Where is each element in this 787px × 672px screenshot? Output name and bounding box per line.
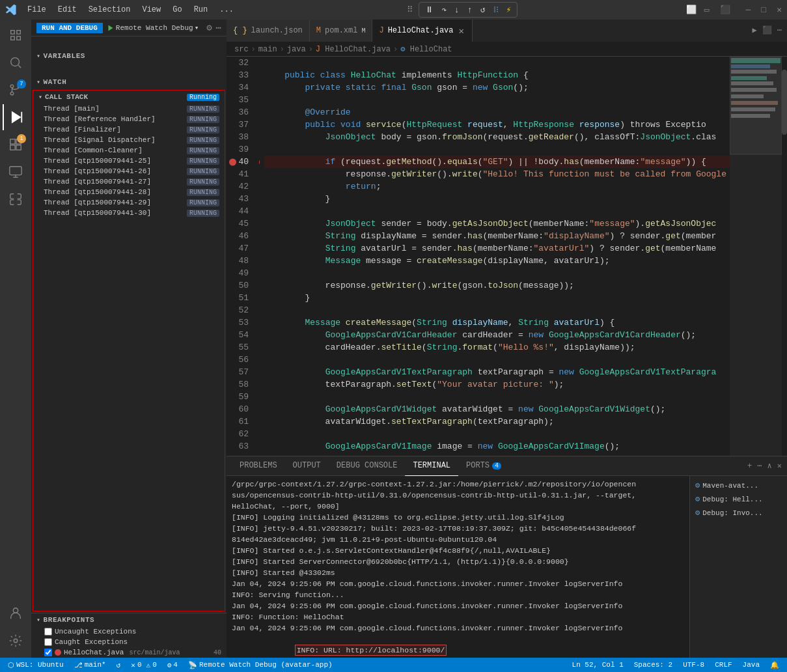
status-remote[interactable]: 📡 Remote Watch Debug (avatar-app) xyxy=(186,658,335,672)
terminal-line-15: INFO: URL: http://localhost:9000/ xyxy=(232,634,684,658)
ln-55: 55 xyxy=(227,341,259,354)
code-editor[interactable]: public class HelloChat implements HttpFu… xyxy=(259,57,730,456)
terminal-sidebar-item-debug-invo[interactable]: ⚙ Debug: Invo... xyxy=(693,506,784,520)
panel-tab-terminal[interactable]: TERMINAL xyxy=(405,456,458,476)
debug-step-out-btn[interactable]: ↑ xyxy=(465,5,475,16)
uncaught-exceptions-checkbox[interactable] xyxy=(44,628,52,636)
status-language[interactable]: Java xyxy=(740,658,762,672)
thread-item-0[interactable]: Thread [main]RUNNING xyxy=(33,104,225,114)
vertical-scrollbar[interactable] xyxy=(782,57,787,456)
gear-icon[interactable]: ⚙ xyxy=(206,22,212,33)
run-editor-btn[interactable]: ▶ xyxy=(752,25,757,35)
activity-run-debug[interactable] xyxy=(3,104,29,130)
breadcrumb-java[interactable]: java xyxy=(287,45,306,54)
hellochat-breakpoint-checkbox[interactable] xyxy=(44,649,52,656)
terminal-sidebar-item-debug-hell[interactable]: ⚙ Debug: Hell... xyxy=(693,492,784,506)
callstack-header[interactable]: ▾ CALL STACK Running xyxy=(33,91,225,104)
debug-step-into-btn[interactable]: ↓ xyxy=(452,5,462,16)
debug-continue-btn[interactable]: ⏸ xyxy=(423,5,435,16)
panel-close-icon[interactable]: ✕ xyxy=(777,461,782,471)
tab-hellochat-java[interactable]: J HelloChat.java ✕ xyxy=(372,20,472,42)
close-btn[interactable]: ✕ xyxy=(777,5,782,15)
debug-flash-btn[interactable]: ⚡ xyxy=(504,4,514,16)
scrollbar-thumb[interactable] xyxy=(782,70,787,135)
breadcrumb-src[interactable]: src xyxy=(234,45,249,54)
menu-view[interactable]: View xyxy=(137,4,166,16)
split-editor-btn[interactable]: ⬛ xyxy=(762,25,772,35)
debug-restart-btn[interactable]: ↺ xyxy=(478,4,488,16)
thread-item-1[interactable]: Thread [Reference Handler]RUNNING xyxy=(33,114,225,124)
panel-tab-ports[interactable]: PORTS 4 xyxy=(458,456,509,476)
status-encoding[interactable]: UTF-8 xyxy=(680,658,707,672)
status-debug-count[interactable]: ⚙ 4 xyxy=(165,658,180,672)
activity-settings[interactable] xyxy=(3,628,29,654)
panel-add-icon[interactable]: + xyxy=(747,462,752,471)
caught-exceptions-checkbox[interactable] xyxy=(44,638,52,646)
branch-icon: ⎇ xyxy=(74,661,83,669)
thread-item-3[interactable]: Thread [Signal Dispatcher]RUNNING xyxy=(33,135,225,145)
activity-test[interactable] xyxy=(3,186,29,212)
debug-config-selector[interactable]: Remote Watch Debug ▾ xyxy=(107,23,199,32)
panel-more-icon[interactable]: ⋯ xyxy=(757,461,762,471)
more-tab-actions-icon[interactable]: ⋯ xyxy=(777,25,782,35)
thread-item-8[interactable]: Thread [qtp1500079441-28]RUNNING xyxy=(33,187,225,197)
status-sync[interactable]: ↺ xyxy=(114,658,124,672)
watch-section-header[interactable]: ▾ WATCH xyxy=(31,76,227,89)
status-branch[interactable]: ⎇ main* xyxy=(72,658,109,672)
breakpoints-section-header[interactable]: ▾ BREAKPOINTS xyxy=(31,613,227,626)
breadcrumb-class[interactable]: ⚙ HelloChat xyxy=(400,44,452,54)
thread-item-4[interactable]: Thread [Common-Cleaner]RUNNING xyxy=(33,145,225,156)
thread-item-6[interactable]: Thread [qtp1500079441-26]RUNNING xyxy=(33,166,225,176)
panel-tab-output[interactable]: OUTPUT xyxy=(285,456,329,476)
split-editor-btn[interactable]: ⬜ xyxy=(686,5,697,15)
status-notifications[interactable]: 🔔 xyxy=(767,658,782,672)
thread-item-7[interactable]: Thread [qtp1500079441-27]RUNNING xyxy=(33,176,225,187)
ln-61: 61 xyxy=(227,415,259,428)
status-spaces[interactable]: Spaces: 2 xyxy=(631,658,675,672)
status-wsl[interactable]: ⬡ WSL: Ubuntu xyxy=(5,658,66,672)
thread-item-9[interactable]: Thread [qtp1500079441-29]RUNNING xyxy=(33,197,225,208)
status-errors[interactable]: ✕ 0 ⚠ 0 xyxy=(128,658,159,672)
maximize-btn[interactable]: □ xyxy=(761,5,766,15)
terminal-line-5: [INFO] jetty-9.4.51.v20230217; built: 20… xyxy=(232,523,684,534)
tab-launch-json[interactable]: { } launch.json xyxy=(227,20,310,42)
thread-item-5[interactable]: Thread [qtp1500079441-25]RUNNING xyxy=(33,156,225,166)
activity-account[interactable] xyxy=(3,600,29,626)
breadcrumb-main[interactable]: main xyxy=(258,45,277,54)
activity-remote-explorer[interactable] xyxy=(3,159,29,185)
panel-tab-debug-console[interactable]: DEBUG CONSOLE xyxy=(329,456,406,476)
activity-source-control[interactable]: 7 xyxy=(3,77,29,103)
minimize-btn[interactable]: ─ xyxy=(746,5,751,15)
activity-explorer[interactable] xyxy=(3,22,29,48)
activity-extensions[interactable]: 1 xyxy=(3,132,29,158)
debug-toolbar-area: ⠿ ⏸ ↷ ↓ ↑ ↺ ⁞⁝ ⚡ xyxy=(407,2,518,18)
menu-run[interactable]: Run xyxy=(189,4,214,16)
panel-maximize-icon[interactable]: ∧ xyxy=(767,461,772,471)
activity-search[interactable] xyxy=(3,49,29,76)
status-cursor-pos[interactable]: Ln 52, Col 1 xyxy=(570,658,626,672)
terminal-main[interactable]: /grpc/grpc-context/1.27.2/grpc-context-1… xyxy=(227,476,689,658)
thread-item-10[interactable]: Thread [qtp1500079441-30]RUNNING xyxy=(33,208,225,218)
debug-config-btn[interactable]: ⁞⁝ xyxy=(491,4,501,16)
sidebar-toggle-btn[interactable]: ▭ xyxy=(704,5,710,15)
ln-37: 37 xyxy=(227,119,259,131)
tab-close-icon[interactable]: ✕ xyxy=(458,25,465,36)
menu-selection[interactable]: Selection xyxy=(83,4,136,16)
panel-layout-btn[interactable]: ⬛ xyxy=(720,5,730,15)
status-eol[interactable]: CRLF xyxy=(712,658,734,672)
menu-more[interactable]: ... xyxy=(214,4,239,16)
menu-file[interactable]: File xyxy=(22,4,51,16)
editor-content[interactable]: 32 33 34 35 36 37 38 39 40 41 42 43 44 xyxy=(227,57,787,456)
run-and-debug-button[interactable]: RUN AND DEBUG xyxy=(36,23,103,33)
terminal-sidebar-item-maven[interactable]: ⚙ Maven-avat... xyxy=(693,479,784,492)
menu-edit[interactable]: Edit xyxy=(53,4,82,16)
debug-toolbar: ⏸ ↷ ↓ ↑ ↺ ⁞⁝ ⚡ xyxy=(419,2,518,18)
variables-section-header[interactable]: ▾ VARIABLES xyxy=(31,36,227,76)
menu-go[interactable]: Go xyxy=(167,4,187,16)
tab-pom-xml[interactable]: M pom.xml M xyxy=(310,20,373,42)
more-actions-icon[interactable]: ⋯ xyxy=(216,22,221,33)
panel-tab-problems[interactable]: PROBLEMS xyxy=(232,456,285,476)
debug-step-over-btn[interactable]: ↷ xyxy=(439,4,449,16)
breadcrumb-file[interactable]: J HelloChat.java xyxy=(316,45,391,54)
thread-item-2[interactable]: Thread [Finalizer]RUNNING xyxy=(33,124,225,135)
